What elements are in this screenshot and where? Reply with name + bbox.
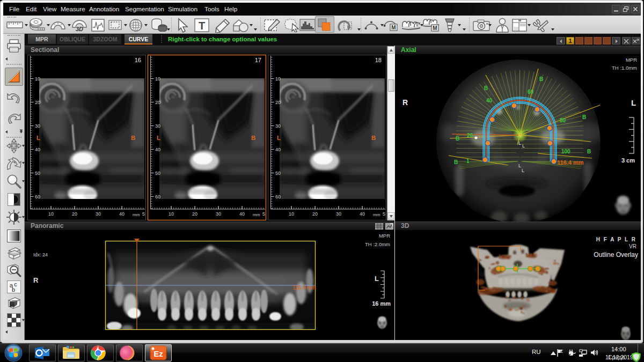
svg-text:B: B [251, 135, 255, 141]
svg-text:60: 60 [528, 89, 534, 95]
svg-text:20: 20 [35, 100, 40, 105]
svg-text:Outline Overlay: Outline Overlay [594, 251, 638, 258]
svg-text:L: L [36, 135, 40, 141]
svg-text:30: 30 [275, 123, 281, 129]
svg-text:TH :2.0mm: TH :2.0mm [365, 241, 390, 247]
svg-text:30: 30 [336, 211, 341, 217]
svg-text:B: B [587, 149, 591, 154]
svg-text:1: 1 [466, 158, 470, 164]
svg-text:MPR: MPR [626, 57, 637, 63]
svg-text:20: 20 [467, 132, 473, 138]
svg-text:mm: mm [253, 212, 260, 217]
svg-text:L: L [277, 135, 281, 141]
svg-text:40: 40 [360, 211, 365, 217]
svg-text:VR: VR [629, 243, 636, 249]
svg-text:M: M [433, 25, 437, 31]
svg-text:16: 16 [135, 57, 141, 63]
svg-text:30: 30 [35, 123, 40, 129]
svg-text:20: 20 [192, 211, 197, 217]
svg-text:10: 10 [155, 76, 160, 82]
svg-text:R: R [33, 276, 39, 284]
svg-text:L: L [518, 163, 521, 168]
svg-text:40: 40 [155, 147, 160, 152]
svg-text:5: 5 [383, 211, 385, 217]
svg-text:Ez: Ez [153, 349, 163, 358]
svg-text:B: B [582, 114, 586, 120]
svg-text:MPR: MPR [379, 233, 390, 239]
svg-text:17: 17 [255, 57, 261, 63]
svg-text:L: L [522, 143, 525, 149]
svg-text:3 cm: 3 cm [621, 157, 635, 164]
svg-text:40: 40 [275, 147, 281, 152]
svg-text:40: 40 [35, 147, 40, 152]
svg-text:60: 60 [275, 194, 281, 200]
svg-text:30: 30 [155, 123, 160, 129]
svg-text:116.4 mm: 116.4 mm [557, 159, 584, 166]
svg-text:40: 40 [119, 211, 125, 217]
svg-text:20: 20 [72, 211, 77, 217]
svg-text:Idx: 24: Idx: 24 [33, 252, 48, 257]
svg-text:L: L [631, 98, 636, 107]
svg-text:80: 80 [560, 117, 566, 123]
svg-text:10: 10 [289, 211, 294, 217]
svg-text:50: 50 [155, 171, 160, 176]
svg-text:R: R [402, 98, 408, 107]
svg-text:L: L [157, 135, 160, 141]
svg-text:5: 5 [142, 211, 145, 217]
svg-text:5: 5 [262, 211, 265, 217]
svg-text:mm: mm [133, 212, 140, 217]
svg-text:mm: mm [373, 212, 380, 217]
svg-text:10: 10 [275, 76, 281, 82]
svg-text:60: 60 [35, 194, 40, 200]
svg-text:L: L [375, 275, 379, 283]
svg-text:20: 20 [275, 100, 281, 105]
svg-text:L: L [518, 141, 521, 146]
svg-text:B: B [454, 159, 458, 165]
svg-text:B: B [484, 85, 488, 91]
svg-text:H F A P L R: H F A P L R [596, 237, 636, 242]
svg-text:18: 18 [375, 57, 382, 63]
svg-text:40: 40 [486, 98, 493, 104]
svg-text:30: 30 [96, 211, 101, 217]
svg-text:50: 50 [275, 171, 281, 176]
svg-text:L: L [522, 168, 524, 173]
svg-text:50: 50 [35, 171, 40, 176]
svg-text:B: B [131, 135, 135, 141]
svg-text:116.4 mm: 116.4 mm [292, 285, 316, 291]
svg-text:40: 40 [239, 211, 245, 217]
svg-text:60: 60 [155, 194, 160, 200]
svg-text:3D: 3D [76, 26, 83, 32]
svg-text:T: T [199, 20, 205, 32]
svg-text:B: B [539, 76, 543, 82]
svg-text:30: 30 [216, 211, 221, 217]
svg-text:16 mm: 16 mm [372, 300, 391, 307]
svg-text:B: B [371, 135, 376, 141]
svg-text:TH :1.0mm: TH :1.0mm [612, 65, 637, 71]
svg-text:10: 10 [35, 76, 40, 82]
svg-text:20: 20 [155, 100, 160, 105]
svg-text:20: 20 [312, 211, 318, 217]
svg-text:100: 100 [561, 149, 570, 154]
svg-text:10: 10 [169, 211, 174, 217]
svg-text:B: B [456, 136, 459, 142]
svg-text:b: b [12, 286, 15, 293]
svg-text:10: 10 [48, 211, 54, 217]
svg-text:M: M [391, 25, 396, 31]
